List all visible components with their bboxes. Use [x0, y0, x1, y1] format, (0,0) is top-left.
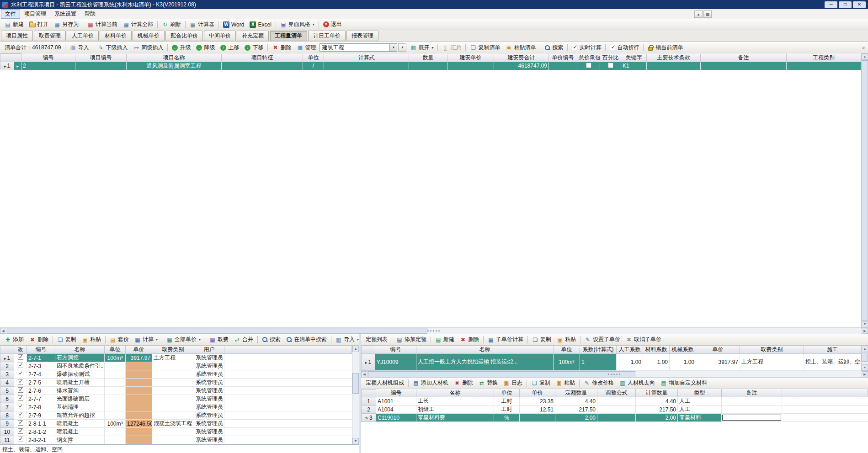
col-header[interactable]: 名称	[416, 346, 554, 354]
merge-button[interactable]: ⇄合并	[231, 334, 256, 345]
cancel-sub-price-button[interactable]: ✖取消子单价	[623, 334, 664, 345]
grid-cell[interactable]: 系统管理员	[194, 379, 224, 387]
grid-cell[interactable]: 人工挖一般土方人力挑抬运输 挖装运≤2...	[416, 354, 554, 371]
col-header[interactable]: 单价	[696, 346, 740, 354]
copy-button[interactable]: ❏复制	[54, 334, 79, 345]
row-header[interactable]: 9	[0, 420, 14, 428]
grid-cell[interactable]: A1004	[376, 406, 416, 414]
grid-cell[interactable]	[126, 387, 152, 395]
row-header[interactable]: 11	[0, 436, 14, 444]
lump-sum-checkbox[interactable]	[586, 63, 591, 68]
grid-cell[interactable]: 排水盲沟	[55, 387, 105, 395]
grid-cell[interactable]: 4618747.09	[494, 62, 549, 70]
ui-style-button[interactable]: ▣界面风格▾	[277, 19, 317, 30]
main-horizontal-scrollbar[interactable]: ◀ ▶	[0, 327, 868, 334]
grid-cell[interactable]: 2-7-5	[27, 379, 55, 387]
tab-labor-price[interactable]: 人工单价	[67, 31, 99, 41]
grid-cell[interactable]	[722, 406, 782, 414]
col-header[interactable]: 类型	[678, 389, 722, 397]
auto-wrap-toggle[interactable]: 自动折行	[607, 42, 642, 53]
grid-cell[interactable]	[126, 428, 152, 436]
grid-cell[interactable]: 系统管理员	[194, 354, 224, 362]
col-header[interactable]: 名称	[416, 389, 494, 397]
summary-button[interactable]: ∑汇总	[439, 42, 464, 53]
menu-settings[interactable]: 系统设置	[50, 9, 80, 19]
tab-machine-price[interactable]: 机械单价	[133, 31, 165, 41]
grid-cell[interactable]: 土方工程	[152, 354, 194, 362]
row-checkbox[interactable]	[18, 437, 23, 442]
grid-cell[interactable]: 1	[580, 354, 617, 371]
grid-cell[interactable]	[105, 370, 126, 379]
apply-price-button[interactable]: ▤套价	[107, 334, 132, 345]
paste-list-button[interactable]: ▣粘贴清单	[503, 42, 538, 53]
grid-cell[interactable]	[597, 406, 636, 414]
grid-cell[interactable]	[126, 370, 152, 379]
col-header[interactable]: 机械系数	[670, 346, 696, 354]
grid-cell[interactable]: 23.35	[520, 397, 555, 406]
grid-cell[interactable]	[126, 403, 152, 411]
grid-cell[interactable]: 4.40	[555, 397, 597, 406]
paste-button[interactable]: ▣粘贴	[79, 334, 104, 345]
grid-cell[interactable]: 光面爆破面层	[55, 395, 105, 403]
calc-current-button[interactable]: ▦计算当前	[85, 19, 120, 30]
calculator-button[interactable]: ▦计算器	[187, 19, 217, 30]
grid-cell[interactable]: 系统管理员	[194, 403, 224, 411]
grid-cell[interactable]	[152, 395, 194, 403]
grid-cell[interactable]	[75, 62, 127, 70]
col-header[interactable]: 编号	[375, 346, 416, 354]
scrollbar-thumb[interactable]	[352, 373, 359, 394]
grid-cell[interactable]: YJ10009	[375, 354, 416, 371]
new-button[interactable]: ▤新建	[2, 19, 27, 30]
scroll-up-icon[interactable]: ▲	[352, 346, 359, 352]
grid-cell[interactable]	[126, 362, 152, 370]
quota-horizontal-scrollbar[interactable]: ◀ ▶	[361, 371, 868, 378]
scroll-up-icon[interactable]: ▲	[862, 346, 868, 352]
col-header[interactable]: 备注	[701, 54, 787, 62]
grid-cell[interactable]: 基础清理	[55, 403, 105, 411]
all-price-button[interactable]: ▦全部单价▾	[164, 334, 203, 345]
manage-button[interactable]: ▦管理	[294, 42, 319, 53]
grid-cell[interactable]: 127246.50	[126, 420, 152, 428]
col-header[interactable]: 单价	[520, 389, 555, 397]
grid-cell[interactable]	[14, 420, 27, 428]
row-header[interactable]: ▸1	[0, 62, 14, 70]
lock-current-list-button[interactable]: 锁当前清单	[645, 42, 686, 53]
delete-button[interactable]: ✖删除	[457, 334, 482, 345]
paste-button[interactable]: ▣粘贴	[554, 334, 579, 345]
grid-cell[interactable]: 系统管理员	[194, 362, 224, 370]
col-header[interactable]: 计算数量	[636, 389, 678, 397]
grid-cell[interactable]	[152, 411, 194, 420]
tab-fee-manage[interactable]: 取费管理	[34, 31, 66, 41]
grid-cell[interactable]	[105, 395, 126, 403]
col-header[interactable]: 百分比	[600, 54, 621, 62]
search-button[interactable]: 搜索	[542, 42, 566, 53]
table-row[interactable]: 8 2-7-9 规范允许的超挖 系统管理员	[0, 411, 352, 420]
grid-cell[interactable]	[105, 403, 126, 411]
scroll-right-icon[interactable]: ▶	[862, 328, 868, 334]
grid-cell[interactable]	[577, 62, 600, 70]
scroll-up-icon[interactable]: ▲	[862, 53, 868, 60]
grid-cell[interactable]: 零星材料	[678, 414, 722, 422]
grid-cell[interactable]	[126, 379, 152, 387]
tab-supplement-quota[interactable]: 补充定额	[237, 31, 269, 41]
row-checkbox[interactable]	[18, 420, 23, 426]
row-checkbox[interactable]	[18, 354, 23, 360]
col-header[interactable]: 总价承包	[577, 54, 600, 62]
move-down-button[interactable]: ↓下移	[242, 42, 266, 53]
grid-cell[interactable]: 通风洞及附属洞室工程	[127, 62, 222, 70]
grid-cell[interactable]	[14, 403, 27, 411]
search-button[interactable]: 搜索	[259, 334, 283, 345]
replace-button[interactable]: ⇄替换	[476, 378, 501, 388]
promote-button[interactable]: ←升级	[169, 42, 193, 53]
copy-list-button[interactable]: ❏复制清单	[467, 42, 503, 53]
add-button[interactable]: ✚添加	[2, 334, 27, 345]
col-header[interactable]: 单位	[303, 54, 324, 62]
grid-cell[interactable]	[152, 379, 194, 387]
row-header[interactable]: ✎3	[362, 414, 376, 422]
grid-cell[interactable]: 2.00	[555, 414, 597, 422]
grid-cell[interactable]: 2.00	[636, 414, 678, 422]
scroll-down-icon[interactable]: ▼	[352, 438, 359, 444]
table-row[interactable]: 7 2-7-8 基础清理 系统管理员	[0, 403, 352, 411]
grid-cell[interactable]: 217.50	[636, 406, 678, 414]
grid-cell[interactable]	[647, 62, 701, 70]
